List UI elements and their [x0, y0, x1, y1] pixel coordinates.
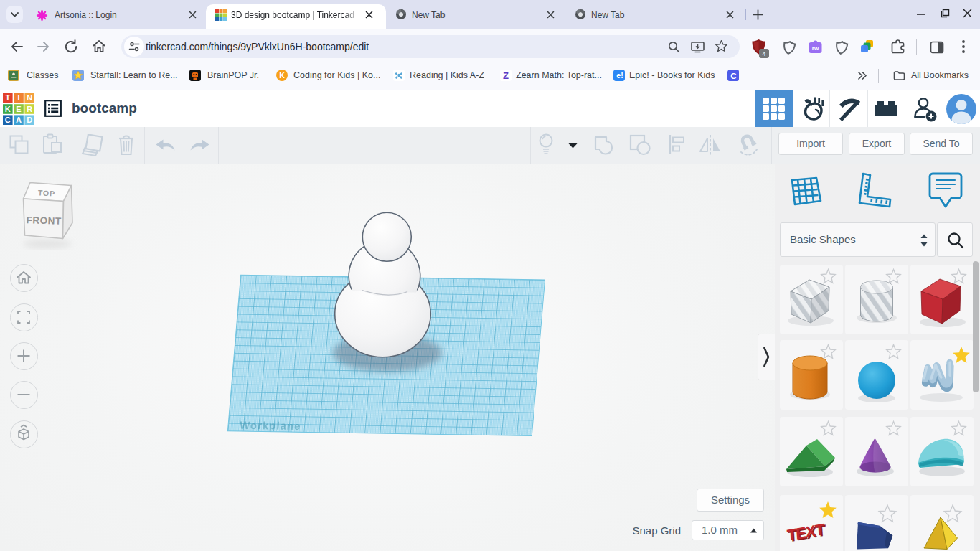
svg-text:Workplane: Workplane: [239, 419, 301, 432]
svg-text:C: C: [730, 72, 736, 80]
svg-text:E: E: [16, 105, 21, 113]
svg-text:K: K: [5, 105, 11, 113]
svg-text:A: A: [16, 116, 22, 124]
svg-text:FRONT: FRONT: [26, 215, 62, 227]
svg-text:rw: rw: [812, 45, 819, 52]
svg-text:D: D: [27, 116, 32, 124]
svg-text:C: C: [5, 116, 11, 124]
svg-text:!: !: [621, 71, 623, 80]
svg-text:T: T: [5, 93, 10, 102]
svg-text:TOP: TOP: [38, 188, 56, 197]
svg-text:I: I: [17, 93, 19, 102]
svg-text:N: N: [27, 93, 32, 102]
svg-text:Z: Z: [503, 70, 509, 81]
svg-text:R: R: [27, 105, 32, 113]
svg-text:K: K: [279, 71, 285, 80]
svg-text:TEXT: TEXT: [786, 520, 826, 545]
